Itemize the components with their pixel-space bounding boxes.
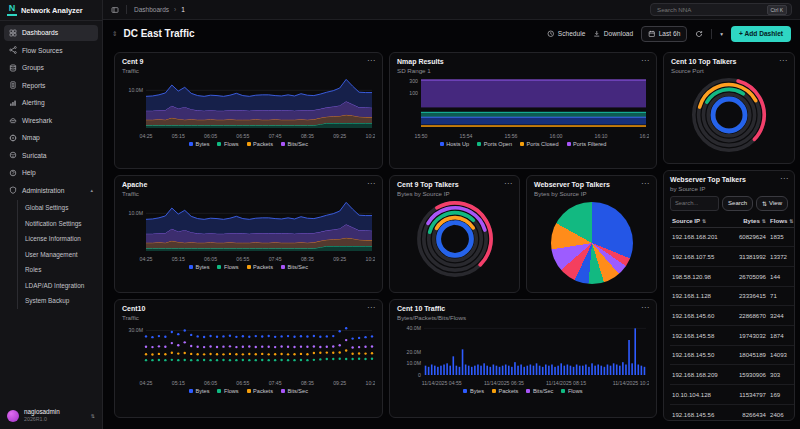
- table-search-button[interactable]: Search: [722, 196, 753, 211]
- sidebar-item-suricata[interactable]: Suricata: [4, 148, 98, 164]
- svg-text:06:05: 06:05: [204, 380, 217, 386]
- dashlet-menu-button[interactable]: ⋯: [367, 181, 375, 186]
- legend-item-hosts-up[interactable]: Hosts Up: [440, 141, 470, 147]
- refresh-button[interactable]: [695, 30, 703, 38]
- sidebar-item-wireshark[interactable]: Wireshark: [4, 113, 98, 129]
- svg-text:07:45: 07:45: [269, 256, 282, 262]
- svg-text:11/14/2025 04:55: 11/14/2025 04:55: [422, 380, 462, 386]
- add-dashlet-button[interactable]: + Add Dashlet: [731, 26, 791, 42]
- legend-item-bits-sec[interactable]: Bits/Sec: [281, 388, 308, 394]
- legend-item-ports-closed[interactable]: Ports Closed: [520, 141, 559, 147]
- sidebar: N Network Analyzer DashboardsFlow Source…: [0, 0, 103, 429]
- dashlet-menu-button[interactable]: ⋯: [367, 58, 375, 63]
- sidebar-subitem-user-management[interactable]: User Management: [25, 247, 98, 263]
- svg-text:04:25: 04:25: [140, 256, 153, 262]
- bytes-cell: 60829624: [727, 227, 768, 247]
- sidebar-item-dashboards[interactable]: Dashboards: [4, 25, 98, 41]
- svg-text:09:25: 09:25: [333, 133, 346, 139]
- legend-item-flows[interactable]: Flows: [217, 388, 238, 394]
- table-row[interactable]: 192.168.145.58197430321874: [670, 325, 795, 345]
- breadcrumb-separator: ›: [174, 6, 176, 13]
- table-row[interactable]: 192.168.145.60228686703244: [670, 306, 795, 326]
- dashlet-menu-button[interactable]: ⋯: [779, 58, 787, 63]
- legend-item-packets[interactable]: Packets: [247, 264, 273, 270]
- panel-toggle-icon[interactable]: [111, 6, 119, 14]
- sidebar-subitem-roles[interactable]: Roles: [25, 262, 98, 278]
- sidebar-item-groups[interactable]: Groups: [4, 60, 98, 76]
- legend-item-flows[interactable]: Flows: [561, 388, 582, 394]
- dashlet-menu-button[interactable]: ⋯: [780, 176, 788, 181]
- table-row[interactable]: 10.10.104.12811534797169: [670, 385, 795, 405]
- legend-item-flows[interactable]: Flows: [217, 264, 238, 270]
- source-ip-cell: 198.58.120.98: [670, 266, 727, 286]
- column-header-bytes[interactable]: Bytes⇅: [727, 214, 768, 228]
- sidebar-subitem-ldap-ad-integration[interactable]: LDAP/AD Integration: [25, 278, 98, 294]
- dashlet-menu-button[interactable]: ⋯: [641, 305, 649, 310]
- legend-item-ports-filtered[interactable]: Ports Filtered: [567, 141, 607, 147]
- legend-item-packets[interactable]: Packets: [247, 388, 273, 394]
- time-range-button[interactable]: Last 6h: [641, 26, 687, 42]
- search-input[interactable]: [655, 5, 763, 14]
- dashlet-menu-button[interactable]: ⋯: [641, 181, 649, 186]
- toolbar: Schedule Download Last 6h ▾ +: [547, 26, 791, 42]
- flows-cell: 14093: [768, 345, 795, 365]
- legend-item-ports-open[interactable]: Ports Open: [477, 141, 512, 147]
- sidebar-subitem-system-backup[interactable]: System Backup: [25, 293, 98, 309]
- legend-item-bits-sec[interactable]: Bits/Sec: [281, 141, 308, 147]
- column-header-flows[interactable]: Flows⇅: [768, 214, 795, 228]
- sidebar-item-administration[interactable]: Administration▴: [4, 183, 98, 199]
- column-header-source-ip[interactable]: Source IP⇅: [670, 214, 727, 228]
- webserver-top-talkers-pie-chart: [551, 202, 633, 284]
- global-search[interactable]: Ctrl K: [650, 3, 792, 16]
- user-menu[interactable]: nagiosadmin 2026R1.0 ⇅: [0, 402, 102, 429]
- sidebar-subitem-global-settings[interactable]: Global Settings: [25, 200, 98, 216]
- sidebar-item-label: Help: [22, 169, 36, 176]
- table-row[interactable]: 192.168.145.501804518914093: [670, 345, 795, 365]
- legend-item-packets[interactable]: Packets: [492, 388, 518, 394]
- schedule-button[interactable]: Schedule: [547, 30, 585, 38]
- legend-item-bytes[interactable]: Bytes: [189, 388, 210, 394]
- breadcrumb-dashboards[interactable]: Dashboards: [134, 6, 169, 13]
- bytes-cell: 19743032: [727, 325, 768, 345]
- sidebar-subitem-license-information[interactable]: License Information: [25, 231, 98, 247]
- sidebar-subitem-notification-settings[interactable]: Notification Settings: [25, 216, 98, 232]
- legend-item-bits-sec[interactable]: Bits/Sec: [281, 264, 308, 270]
- legend-item-bytes[interactable]: Bytes: [463, 388, 484, 394]
- dashlet-cent10-traffic: Cent 10 Traffic Bytes/Packets/Bits/Flows…: [389, 299, 657, 418]
- sidebar-item-alerting[interactable]: Alerting: [4, 95, 98, 111]
- table-search-input[interactable]: [670, 196, 719, 211]
- chevron-down-icon[interactable]: ▾: [720, 31, 723, 37]
- sidebar-item-help[interactable]: Help: [4, 165, 98, 181]
- dashlet-menu-button[interactable]: ⋯: [504, 181, 512, 186]
- svg-text:0: 0: [418, 372, 421, 378]
- legend-item-bytes[interactable]: Bytes: [189, 141, 210, 147]
- flows-cell: 303: [768, 365, 795, 385]
- source-ip-cell: 192.168.145.58: [670, 325, 727, 345]
- table-view-button[interactable]: ⇅View: [756, 196, 788, 211]
- dashlet-title: Webserver Top Talkers: [534, 181, 641, 188]
- breadcrumb-current[interactable]: 1: [181, 6, 185, 13]
- legend-item-packets[interactable]: Packets: [247, 141, 273, 147]
- app-logo: N Network Analyzer: [0, 0, 102, 21]
- legend-item-bits-sec[interactable]: Bits/Sec: [526, 388, 553, 394]
- table-row[interactable]: 192.168.168.20915930906303: [670, 365, 795, 385]
- table-row[interactable]: 192.168.145.5682664342406: [670, 404, 795, 421]
- dashlet-menu-button[interactable]: ⋯: [641, 58, 649, 63]
- sidebar-item-reports[interactable]: Reports: [4, 78, 98, 94]
- table-row[interactable]: 192.168.1.1282333641571: [670, 286, 795, 306]
- sidebar-item-nmap[interactable]: Nmap: [4, 130, 98, 146]
- sidebar-item-flow-sources[interactable]: Flow Sources: [4, 43, 98, 59]
- flow-sources-icon: [9, 46, 17, 54]
- dashlet-menu-button[interactable]: ⋯: [367, 305, 375, 310]
- drag-handle-icon[interactable]: ⇕: [112, 30, 117, 38]
- table-row[interactable]: 192.168.107.553138199213372: [670, 247, 795, 267]
- page-title: DC East Traffic: [123, 28, 194, 39]
- legend-item-flows[interactable]: Flows: [217, 141, 238, 147]
- dashlet-subtitle: Bytes/Packets/Bits/Flows: [397, 314, 641, 321]
- table-row[interactable]: 198.58.120.9826705096144: [670, 266, 795, 286]
- svg-text:300: 300: [409, 78, 418, 84]
- svg-text:10:20: 10:20: [366, 256, 375, 262]
- download-button[interactable]: Download: [593, 30, 633, 38]
- table-row[interactable]: 192.168.168.201608296241835: [670, 227, 795, 247]
- legend-item-bytes[interactable]: Bytes: [189, 264, 210, 270]
